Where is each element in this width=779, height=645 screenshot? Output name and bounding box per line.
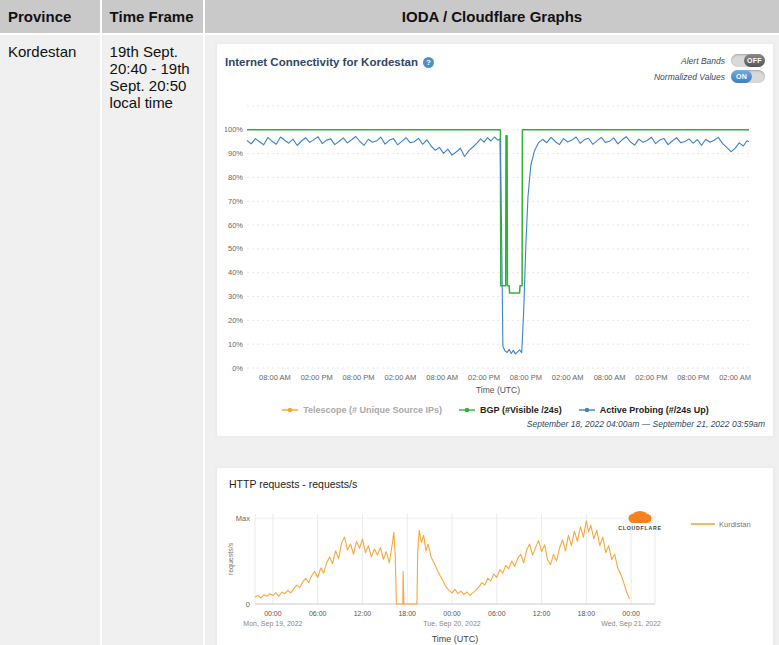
column-header-province: Province [0, 0, 100, 33]
normalized-values-toggle[interactable]: ON [731, 70, 765, 83]
graphs-cell: Internet Connectivity for Kordestan? Ale… [205, 35, 779, 645]
svg-text:Max: Max [236, 514, 250, 523]
svg-text:Mon, Sep 19, 2022: Mon, Sep 19, 2022 [243, 620, 302, 628]
svg-text:02:00 PM: 02:00 PM [635, 373, 667, 382]
svg-text:30%: 30% [228, 292, 243, 301]
cloudflare-chart-title: HTTP requests - requests/s [225, 476, 765, 500]
series-Kurdistan Province [255, 521, 630, 604]
svg-text:12:00: 12:00 [533, 610, 551, 617]
legend-item[interactable]: Active Probing (#/24s Up) [578, 405, 709, 415]
svg-text:08:00 PM: 08:00 PM [510, 373, 542, 382]
svg-text:02:00 PM: 02:00 PM [301, 373, 333, 382]
legend-marker-icon [578, 406, 596, 414]
svg-text:00:00: 00:00 [622, 610, 640, 617]
toggle-on-knob: ON [731, 70, 752, 83]
ioda-toggles: Alert Bands OFF Normalized Values ON [654, 52, 765, 83]
ioda-chart-title: Internet Connectivity for Kordestan [225, 56, 418, 68]
legend-label: Telescope (# Unique Source IPs) [303, 405, 442, 415]
svg-text:80%: 80% [228, 173, 243, 182]
svg-text:50%: 50% [228, 244, 243, 253]
svg-text:00:00: 00:00 [264, 610, 282, 617]
svg-text:08:00 PM: 08:00 PM [677, 373, 709, 382]
svg-text:02:00 AM: 02:00 AM [385, 373, 417, 382]
ioda-date-range: September 18, 2022 04:00am — September 2… [225, 419, 765, 432]
svg-text:0: 0 [246, 600, 250, 609]
normalized-values-toggle-row: Normalized Values ON [654, 70, 765, 83]
svg-text:12:00: 12:00 [354, 610, 372, 617]
svg-text:06:00: 06:00 [488, 610, 506, 617]
svg-text:70%: 70% [228, 197, 243, 206]
svg-text:08:00 AM: 08:00 AM [259, 373, 291, 382]
svg-text:100%: 100% [225, 125, 243, 134]
svg-text:02:00 AM: 02:00 AM [552, 373, 584, 382]
svg-text:Time (UTC): Time (UTC) [432, 634, 479, 644]
ioda-graph-card: Internet Connectivity for Kordestan? Ale… [216, 43, 774, 437]
svg-text:Wed, Sep 21, 2022: Wed, Sep 21, 2022 [601, 620, 661, 628]
ioda-chart-title-wrap: Internet Connectivity for Kordestan? [225, 52, 434, 68]
legend-label: BGP (#Visible /24s) [480, 405, 562, 415]
alert-bands-toggle-row: Alert Bands OFF [681, 54, 765, 67]
cloudflare-legend: Kurdistan Province [691, 520, 751, 529]
svg-text:Tue, Sep 20, 2022: Tue, Sep 20, 2022 [423, 620, 480, 628]
report-table: Province Time Frame IODA / Cloudflare Gr… [0, 0, 779, 645]
svg-text:40%: 40% [228, 268, 243, 277]
svg-text:06:00: 06:00 [309, 610, 327, 617]
svg-text:02:00 PM: 02:00 PM [468, 373, 500, 382]
legend-marker-icon [458, 406, 476, 414]
help-icon[interactable]: ? [423, 57, 434, 68]
svg-text:00:00: 00:00 [443, 610, 461, 617]
report-page: Province Time Frame IODA / Cloudflare Gr… [0, 0, 779, 645]
column-header-time-frame: Time Frame [102, 0, 203, 33]
legend-item[interactable]: BGP (#Visible /24s) [458, 405, 562, 415]
svg-text:Kurdistan Province: Kurdistan Province [719, 520, 751, 529]
legend-item[interactable]: Telescope (# Unique Source IPs) [281, 405, 442, 415]
svg-text:90%: 90% [228, 149, 243, 158]
svg-text:18:00: 18:00 [398, 610, 416, 617]
series-Active Probing (#/24s Up) [247, 137, 749, 354]
time-frame-cell: 19th Sept. 20:40 - 19th Sept. 20:50 loca… [102, 35, 203, 645]
svg-text:08:00 PM: 08:00 PM [343, 373, 375, 382]
table-row: Kordestan 19th Sept. 20:40 - 19th Sept. … [0, 35, 779, 645]
legend-label: Active Probing (#/24s Up) [600, 405, 709, 415]
alert-bands-label: Alert Bands [681, 56, 725, 66]
svg-text:CLOUDFLARE: CLOUDFLARE [618, 525, 662, 531]
svg-text:20%: 20% [228, 316, 243, 325]
ioda-connectivity-chart: 0%10%20%30%40%50%60%70%80%90%100%08:00 A… [225, 86, 751, 400]
ioda-legend: Telescope (# Unique Source IPs)BGP (#Vis… [225, 402, 765, 418]
header-row: Province Time Frame IODA / Cloudflare Gr… [0, 0, 779, 33]
legend-marker-icon [281, 406, 299, 414]
alert-bands-toggle[interactable]: OFF [731, 54, 765, 67]
cloudflare-graph-card: HTTP requests - requests/s 00:00Mon, Sep… [216, 467, 774, 645]
cloudflare-http-requests-chart: 00:00Mon, Sep 19, 202206:0012:0018:0000:… [225, 500, 751, 645]
province-cell: Kordestan [0, 35, 100, 645]
svg-text:60%: 60% [228, 221, 243, 230]
series-BGP (#Visible /24s) [247, 130, 749, 293]
column-header-graphs: IODA / Cloudflare Graphs [205, 0, 779, 33]
svg-text:08:00 AM: 08:00 AM [426, 373, 458, 382]
svg-text:requests/s: requests/s [227, 542, 235, 575]
toggle-off-knob: OFF [744, 54, 765, 67]
normalized-values-label: Normalized Values [654, 72, 725, 82]
svg-text:0%: 0% [232, 364, 243, 373]
ioda-chart-header: Internet Connectivity for Kordestan? Ale… [225, 52, 765, 86]
svg-text:10%: 10% [228, 340, 243, 349]
svg-text:18:00: 18:00 [578, 610, 596, 617]
svg-text:Time (UTC): Time (UTC) [476, 385, 520, 395]
svg-text:02:00 AM: 02:00 AM [719, 373, 751, 382]
svg-text:08:00 AM: 08:00 AM [594, 373, 626, 382]
